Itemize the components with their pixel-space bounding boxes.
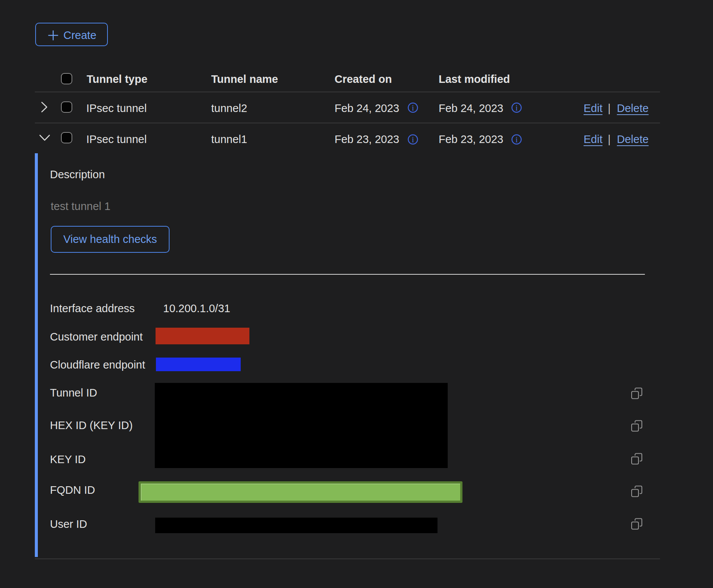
svg-text:i: i [412,135,414,144]
svg-text:i: i [515,104,518,112]
svg-text:i: i [412,104,414,112]
svg-text:i: i [515,135,518,144]
